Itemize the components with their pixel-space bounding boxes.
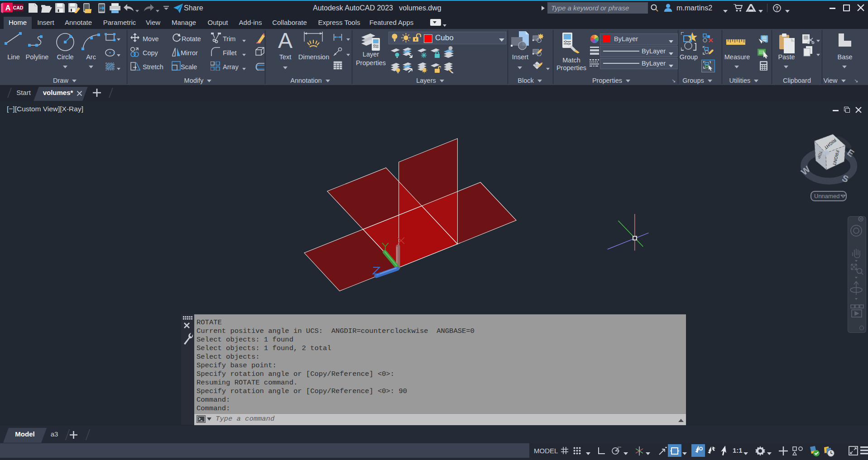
svg-text:CAD: CAD [13, 5, 24, 10]
svg-text:?: ? [775, 5, 778, 12]
svg-text:S: S [841, 173, 850, 184]
svg-text:A: A [5, 4, 11, 12]
